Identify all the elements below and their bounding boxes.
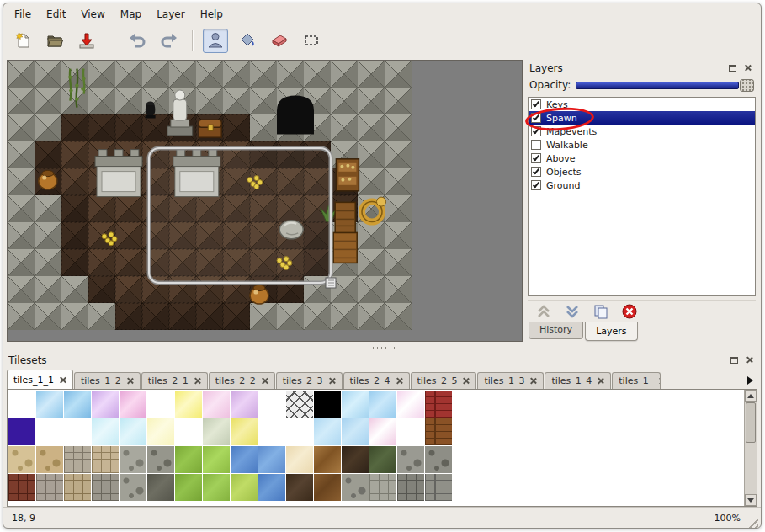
tab-close-icon[interactable]	[261, 377, 268, 385]
tileset-tile[interactable]	[286, 391, 313, 418]
tileset-tile[interactable]	[369, 474, 396, 501]
tileset-tile[interactable]	[369, 446, 396, 473]
tab-scroll-right-button[interactable]	[742, 372, 757, 389]
undo-button[interactable]	[125, 29, 150, 53]
tileset-tile[interactable]	[36, 418, 63, 445]
float-panel-button[interactable]	[728, 354, 741, 366]
tileset-tile[interactable]	[120, 391, 146, 418]
tileset-tile[interactable]	[92, 391, 119, 418]
save-button[interactable]	[74, 29, 99, 53]
tileset-tile[interactable]	[231, 391, 258, 418]
tileset-tab-tiles_2_5[interactable]: tiles_2_5	[411, 372, 477, 389]
scroll-up-button[interactable]	[745, 390, 757, 402]
tileset-tab-tiles_1_2[interactable]: tiles_1_2	[74, 372, 141, 389]
tileset-tile[interactable]	[258, 418, 285, 445]
layer-row-spawn[interactable]: Spawn	[529, 111, 755, 125]
layer-visibility-checkbox[interactable]	[531, 113, 541, 123]
tileset-tile[interactable]	[36, 446, 63, 473]
layer-row-mapevents[interactable]: Mapevents	[529, 125, 755, 138]
fill-tool-button[interactable]	[235, 29, 260, 53]
tileset-tile[interactable]	[92, 446, 119, 473]
layer-visibility-checkbox[interactable]	[531, 126, 541, 136]
tileset-tile[interactable]	[147, 446, 174, 473]
layer-visibility-checkbox[interactable]	[531, 167, 541, 177]
delete-layer-button[interactable]	[620, 302, 639, 321]
stamp-tool-button[interactable]	[203, 29, 228, 53]
menu-edit[interactable]: Edit	[39, 5, 73, 24]
window-resize-grip[interactable]	[746, 515, 758, 528]
tileset-tile[interactable]	[147, 391, 174, 418]
tileset-tile[interactable]	[92, 418, 119, 445]
map-canvas[interactable]	[8, 61, 522, 341]
tileset-tile[interactable]	[8, 391, 35, 418]
tileset-tab-tiles_2_4[interactable]: tiles_2_4	[343, 372, 410, 389]
menu-help[interactable]: Help	[193, 5, 231, 24]
tileset-tile[interactable]	[64, 474, 91, 501]
tileset-tab-tiles_1_4[interactable]: tiles_1_4	[545, 372, 611, 389]
tileset-tile[interactable]	[258, 446, 285, 473]
layer-visibility-checkbox[interactable]	[531, 140, 541, 150]
dock-tab-history[interactable]: History	[529, 322, 583, 339]
tileset-tile[interactable]	[175, 418, 202, 445]
tileset-tile[interactable]	[258, 391, 285, 418]
tileset-tile[interactable]	[397, 391, 424, 418]
tileset-tile[interactable]	[203, 474, 230, 501]
tileset-tile[interactable]	[231, 418, 258, 445]
menu-map[interactable]: Map	[113, 5, 149, 24]
tileset-tile[interactable]	[342, 446, 369, 473]
map-view[interactable]	[7, 60, 523, 342]
tab-close-icon[interactable]	[396, 377, 403, 385]
tileset-tile[interactable]	[120, 446, 146, 473]
tileset-tile[interactable]	[342, 391, 369, 418]
tileset-tile[interactable]	[203, 391, 230, 418]
layer-row-walkable[interactable]: Walkable	[529, 138, 755, 152]
tab-close-icon[interactable]	[59, 376, 66, 384]
eraser-tool-button[interactable]	[267, 29, 292, 53]
tileset-tile[interactable]	[120, 474, 146, 501]
tileset-tile[interactable]	[147, 418, 174, 445]
tileset-tile[interactable]	[314, 474, 341, 501]
tileset-tile[interactable]	[175, 446, 202, 473]
open-button[interactable]	[42, 29, 67, 53]
tileset-tile[interactable]	[64, 446, 91, 473]
tileset-tab-tiles_2_1[interactable]: tiles_2_1	[141, 372, 208, 389]
close-panel-button[interactable]	[741, 62, 754, 74]
tab-close-icon[interactable]	[462, 377, 470, 385]
tileset-tile[interactable]	[231, 446, 258, 473]
tileset-tile[interactable]	[8, 474, 35, 501]
lower-layer-button[interactable]	[563, 302, 582, 321]
tileset-tile[interactable]	[231, 474, 258, 501]
tileset-tile[interactable]	[425, 418, 452, 445]
scrollbar-track[interactable]	[745, 402, 757, 494]
raise-layer-button[interactable]	[534, 302, 553, 321]
layer-visibility-checkbox[interactable]	[531, 153, 541, 163]
close-panel-button[interactable]	[743, 354, 756, 366]
opacity-slider-handle[interactable]	[740, 79, 754, 92]
tileset-tile[interactable]	[369, 418, 396, 445]
tileset-scrollbar[interactable]	[744, 390, 757, 506]
tileset-tab-tiles_1_[interactable]: tiles_1_	[612, 372, 661, 389]
layer-visibility-checkbox[interactable]	[531, 99, 541, 109]
tileset-tile[interactable]	[147, 474, 174, 501]
tileset-tile[interactable]	[425, 391, 452, 418]
dock-tab-layers[interactable]: Layers	[585, 322, 637, 341]
menu-file[interactable]: File	[7, 5, 39, 24]
layer-row-keys[interactable]: Keys	[529, 98, 755, 111]
tileset-tile[interactable]	[64, 418, 91, 445]
tileset-tab-tiles_1_3[interactable]: tiles_1_3	[477, 372, 544, 389]
tab-close-icon[interactable]	[597, 377, 604, 385]
scroll-down-button[interactable]	[745, 494, 757, 506]
menu-layer[interactable]: Layer	[149, 5, 192, 24]
tileset-tile[interactable]	[8, 418, 35, 445]
tileset-tile[interactable]	[36, 391, 63, 418]
tileset-tile[interactable]	[397, 446, 424, 473]
tileset-tile[interactable]	[342, 474, 369, 501]
horizontal-splitter[interactable]	[3, 343, 761, 352]
tileset-tile[interactable]	[314, 446, 341, 473]
tileset-tile[interactable]	[64, 391, 91, 418]
tileset-tile[interactable]	[175, 474, 202, 501]
tileset-tile[interactable]	[397, 418, 424, 445]
tileset-tile[interactable]	[425, 474, 452, 501]
tileset-tab-tiles_2_2[interactable]: tiles_2_2	[209, 372, 275, 389]
tileset-tile[interactable]	[36, 474, 63, 501]
